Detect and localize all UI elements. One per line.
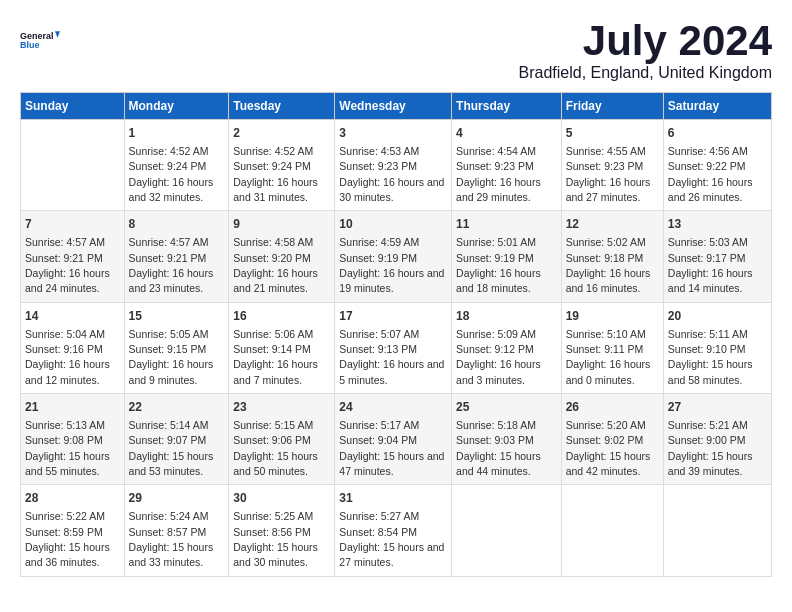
day-number: 10 [339, 216, 447, 233]
sunrise-info: Sunrise: 5:05 AM [129, 328, 209, 340]
cell-4-2: 30 Sunrise: 5:25 AM Sunset: 8:56 PM Dayl… [229, 485, 335, 576]
daylight-info: Daylight: 16 hours and 0 minutes. [566, 358, 651, 385]
day-number: 18 [456, 308, 557, 325]
cell-2-5: 19 Sunrise: 5:10 AM Sunset: 9:11 PM Dayl… [561, 302, 663, 393]
cell-1-3: 10 Sunrise: 4:59 AM Sunset: 9:19 PM Dayl… [335, 211, 452, 302]
sunrise-info: Sunrise: 5:07 AM [339, 328, 419, 340]
sunset-info: Sunset: 9:23 PM [339, 160, 417, 172]
day-number: 12 [566, 216, 659, 233]
subtitle: Bradfield, England, United Kingdom [519, 64, 773, 82]
cell-2-3: 17 Sunrise: 5:07 AM Sunset: 9:13 PM Dayl… [335, 302, 452, 393]
cell-4-4 [452, 485, 562, 576]
svg-text:General: General [20, 31, 54, 41]
day-number: 5 [566, 125, 659, 142]
daylight-info: Daylight: 16 hours and 29 minutes. [456, 176, 541, 203]
day-number: 28 [25, 490, 120, 507]
sunrise-info: Sunrise: 4:58 AM [233, 236, 313, 248]
sunset-info: Sunset: 9:14 PM [233, 343, 311, 355]
sunrise-info: Sunrise: 5:13 AM [25, 419, 105, 431]
sunset-info: Sunset: 9:19 PM [339, 252, 417, 264]
day-number: 3 [339, 125, 447, 142]
daylight-info: Daylight: 15 hours and 36 minutes. [25, 541, 110, 568]
day-number: 8 [129, 216, 225, 233]
main-title: July 2024 [519, 20, 773, 62]
sunset-info: Sunset: 9:19 PM [456, 252, 534, 264]
day-number: 25 [456, 399, 557, 416]
daylight-info: Daylight: 16 hours and 18 minutes. [456, 267, 541, 294]
col-friday: Friday [561, 93, 663, 120]
sunrise-info: Sunrise: 4:52 AM [233, 145, 313, 157]
cell-3-4: 25 Sunrise: 5:18 AM Sunset: 9:03 PM Dayl… [452, 394, 562, 485]
day-number: 17 [339, 308, 447, 325]
cell-1-2: 9 Sunrise: 4:58 AM Sunset: 9:20 PM Dayli… [229, 211, 335, 302]
day-number: 24 [339, 399, 447, 416]
sunset-info: Sunset: 9:00 PM [668, 434, 746, 446]
sunrise-info: Sunrise: 4:53 AM [339, 145, 419, 157]
sunrise-info: Sunrise: 5:15 AM [233, 419, 313, 431]
sunset-info: Sunset: 9:23 PM [456, 160, 534, 172]
col-thursday: Thursday [452, 93, 562, 120]
daylight-info: Daylight: 15 hours and 53 minutes. [129, 450, 214, 477]
header: General Blue July 2024 Bradfield, Englan… [20, 20, 772, 82]
daylight-info: Daylight: 15 hours and 44 minutes. [456, 450, 541, 477]
daylight-info: Daylight: 16 hours and 31 minutes. [233, 176, 318, 203]
daylight-info: Daylight: 16 hours and 14 minutes. [668, 267, 753, 294]
cell-0-6: 6 Sunrise: 4:56 AM Sunset: 9:22 PM Dayli… [663, 120, 771, 211]
cell-1-1: 8 Sunrise: 4:57 AM Sunset: 9:21 PM Dayli… [124, 211, 229, 302]
sunset-info: Sunset: 9:20 PM [233, 252, 311, 264]
daylight-info: Daylight: 15 hours and 27 minutes. [339, 541, 444, 568]
sunset-info: Sunset: 9:03 PM [456, 434, 534, 446]
sunset-info: Sunset: 9:07 PM [129, 434, 207, 446]
daylight-info: Daylight: 16 hours and 9 minutes. [129, 358, 214, 385]
cell-0-3: 3 Sunrise: 4:53 AM Sunset: 9:23 PM Dayli… [335, 120, 452, 211]
day-number: 23 [233, 399, 330, 416]
day-number: 13 [668, 216, 767, 233]
cell-4-3: 31 Sunrise: 5:27 AM Sunset: 8:54 PM Dayl… [335, 485, 452, 576]
sunrise-info: Sunrise: 5:24 AM [129, 510, 209, 522]
daylight-info: Daylight: 16 hours and 23 minutes. [129, 267, 214, 294]
day-number: 26 [566, 399, 659, 416]
sunset-info: Sunset: 9:17 PM [668, 252, 746, 264]
daylight-info: Daylight: 16 hours and 27 minutes. [566, 176, 651, 203]
cell-3-0: 21 Sunrise: 5:13 AM Sunset: 9:08 PM Dayl… [21, 394, 125, 485]
daylight-info: Daylight: 15 hours and 42 minutes. [566, 450, 651, 477]
daylight-info: Daylight: 16 hours and 16 minutes. [566, 267, 651, 294]
daylight-info: Daylight: 15 hours and 33 minutes. [129, 541, 214, 568]
sunset-info: Sunset: 9:02 PM [566, 434, 644, 446]
svg-marker-2 [55, 31, 60, 38]
day-number: 6 [668, 125, 767, 142]
daylight-info: Daylight: 16 hours and 32 minutes. [129, 176, 214, 203]
sunrise-info: Sunrise: 5:06 AM [233, 328, 313, 340]
cell-0-1: 1 Sunrise: 4:52 AM Sunset: 9:24 PM Dayli… [124, 120, 229, 211]
daylight-info: Daylight: 15 hours and 50 minutes. [233, 450, 318, 477]
sunrise-info: Sunrise: 5:22 AM [25, 510, 105, 522]
sunrise-info: Sunrise: 5:18 AM [456, 419, 536, 431]
sunrise-info: Sunrise: 4:55 AM [566, 145, 646, 157]
cell-2-6: 20 Sunrise: 5:11 AM Sunset: 9:10 PM Dayl… [663, 302, 771, 393]
sunset-info: Sunset: 9:06 PM [233, 434, 311, 446]
day-number: 15 [129, 308, 225, 325]
sunset-info: Sunset: 9:18 PM [566, 252, 644, 264]
daylight-info: Daylight: 16 hours and 30 minutes. [339, 176, 444, 203]
sunset-info: Sunset: 9:16 PM [25, 343, 103, 355]
cell-3-1: 22 Sunrise: 5:14 AM Sunset: 9:07 PM Dayl… [124, 394, 229, 485]
cell-1-0: 7 Sunrise: 4:57 AM Sunset: 9:21 PM Dayli… [21, 211, 125, 302]
calendar-table: Sunday Monday Tuesday Wednesday Thursday… [20, 92, 772, 577]
daylight-info: Daylight: 16 hours and 5 minutes. [339, 358, 444, 385]
sunset-info: Sunset: 9:10 PM [668, 343, 746, 355]
sunrise-info: Sunrise: 5:20 AM [566, 419, 646, 431]
daylight-info: Daylight: 16 hours and 26 minutes. [668, 176, 753, 203]
sunset-info: Sunset: 8:54 PM [339, 526, 417, 538]
col-sunday: Sunday [21, 93, 125, 120]
cell-3-3: 24 Sunrise: 5:17 AM Sunset: 9:04 PM Dayl… [335, 394, 452, 485]
cell-3-2: 23 Sunrise: 5:15 AM Sunset: 9:06 PM Dayl… [229, 394, 335, 485]
daylight-info: Daylight: 16 hours and 21 minutes. [233, 267, 318, 294]
col-tuesday: Tuesday [229, 93, 335, 120]
day-number: 7 [25, 216, 120, 233]
daylight-info: Daylight: 15 hours and 47 minutes. [339, 450, 444, 477]
week-row-3: 14 Sunrise: 5:04 AM Sunset: 9:16 PM Dayl… [21, 302, 772, 393]
cell-4-0: 28 Sunrise: 5:22 AM Sunset: 8:59 PM Dayl… [21, 485, 125, 576]
header-row: Sunday Monday Tuesday Wednesday Thursday… [21, 93, 772, 120]
col-saturday: Saturday [663, 93, 771, 120]
cell-0-2: 2 Sunrise: 4:52 AM Sunset: 9:24 PM Dayli… [229, 120, 335, 211]
